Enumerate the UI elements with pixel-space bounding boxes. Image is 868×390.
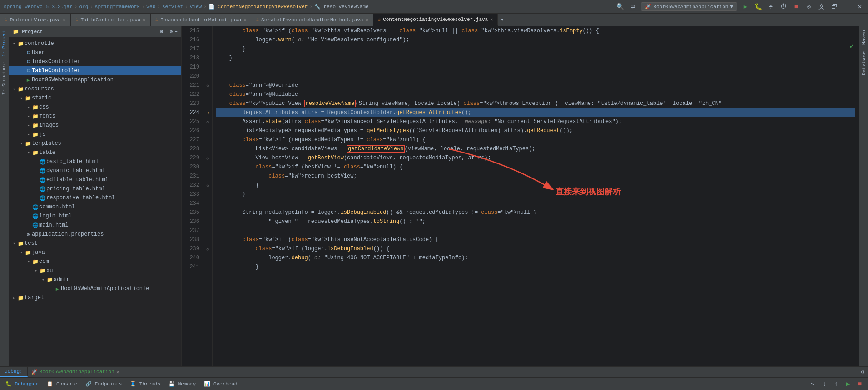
overhead-tab[interactable]: 📊 Overhead [202,380,239,388]
right-tab-database[interactable]: Database [860,49,868,77]
tree-item-test[interactable]: ▾📁 test [9,239,181,248]
settings-icon[interactable]: ⚙ [804,2,813,11]
minimize-sidebar-icon[interactable]: – [174,29,178,35]
run-button[interactable]: ▶ [741,2,750,11]
html-icon: 🌐 [32,222,39,228]
tree-item-tablecontroller[interactable]: C TableController [9,66,181,75]
locate-icon[interactable]: ⊕ [160,29,164,35]
tree-item-boot05webadminapplication[interactable]: ▶ Boot05WebAdminApplication [9,75,181,84]
close-tab-icon[interactable]: ✕ [63,17,66,23]
tab-servlet-invocable[interactable]: ☕ ServletInvocableHandlerMethod.java ✕ [251,14,373,26]
tree-item-boot05webadminapplicationte[interactable]: ▶ Boot05WebAdminApplicationTe [9,284,181,293]
class-icon: C [25,68,32,74]
left-tab-project[interactable]: 1: Project [1,28,7,58]
minimize-icon[interactable]: – [843,2,852,11]
profile-button[interactable]: ⏱ [779,2,788,11]
tree-item-indexcontroller[interactable]: C IndexController [9,57,181,66]
breadcrumb-view[interactable]: view [190,4,202,10]
debug-button[interactable]: 🐛 [754,2,763,11]
tree-item-responsive-table-html[interactable]: 🌐 responsive_table.html [9,193,181,202]
debug-app-label: 🚀 Boot05WebAdminApplication ✕ [28,367,123,377]
stop-debug-icon[interactable]: ■ [855,380,864,389]
debug-app-name: Boot05WebAdminApplication [40,369,114,375]
line-number: 216 [185,35,199,44]
tab-label: ContentNegotiatingViewResolver.java [383,17,488,22]
threads-tab[interactable]: 🧵 Threads [128,380,162,388]
breadcrumb-sf[interactable]: springframework [95,4,140,10]
tab-invocable-handler[interactable]: ☕ InvocableHandlerMethod.java ✕ [151,14,252,26]
endpoints-tab[interactable]: 🔗 Endpoints [84,380,124,388]
tree-item-target[interactable]: ▸📁 target [9,293,181,302]
html-icon: 🌐 [39,186,46,192]
run-config-label: Boot05WebAdminApplication [653,4,728,10]
tree-item-controlle[interactable]: ▾📁 controlle [9,39,181,48]
tree-item-application-properties[interactable]: ⚙ application.properties [9,230,181,239]
tree-item-fonts[interactable]: ▸📁 fonts [9,112,181,121]
tab-content-negotiating[interactable]: ☕ ContentNegotiatingViewResolver.java ✕ [373,14,498,26]
step-over-icon[interactable]: ↷ [808,380,817,389]
tree-label: templates [32,140,61,147]
bottom-tab-debug[interactable]: Debug: [0,367,28,377]
close-tab-icon[interactable]: ✕ [490,17,493,22]
line-number: 239 [185,244,199,253]
close-window-icon[interactable]: ✕ [855,2,864,11]
step-out-icon[interactable]: ↑ [832,380,841,389]
tab-redirect-view[interactable]: ☕ RedirectView.java ✕ [0,14,71,26]
tree-item-dynamic-table-html[interactable]: 🌐 dynamic_table.html [9,166,181,175]
breadcrumb-web[interactable]: web [147,4,156,10]
tree-item-images[interactable]: ▸📁 images [9,121,181,130]
translate-icon[interactable]: 文 [817,2,826,11]
run-config[interactable]: 🚀 Boot05WebAdminApplication ▼ [641,2,737,11]
line-number: 238 [185,235,199,244]
restore-icon[interactable]: 🗗 [830,2,839,11]
more-tabs-button[interactable]: ▾ [498,14,506,26]
tree-item-com[interactable]: ▾📁 com [9,257,181,266]
tree-item-admin[interactable]: ▾📁 admin [9,275,181,284]
line-number: 235 [185,208,199,217]
breadcrumb-jar[interactable]: spring-webmvc-5.3.2.jar [4,4,73,10]
tree-label: admin [54,276,70,283]
tree-item-templates[interactable]: ▾📁 templates [9,139,181,148]
memory-tab[interactable]: 💾 Memory [167,380,198,388]
close-tab-icon[interactable]: ✕ [366,17,368,23]
tree-item-basic-table-html[interactable]: 🌐 basic_table.html [9,157,181,166]
tree-item-user[interactable]: C User [9,48,181,57]
step-into-icon[interactable]: ↓ [820,380,829,389]
tree-item-css[interactable]: ▸📁 css [9,103,181,112]
tree-item-static[interactable]: ▾📁 static [9,94,181,103]
tree-item-editable-table-html[interactable]: 🌐 editable_table.html [9,175,181,184]
debugger-tab[interactable]: 🐛 Debugger [4,380,40,388]
resume-icon[interactable]: ▶ [843,380,853,389]
tab-table-controller[interactable]: ☕ TableController.java ✕ [71,14,151,26]
tree-item-js[interactable]: ▸📁 js [9,130,181,139]
tree-item-login-html[interactable]: 🌐 login.html [9,212,181,221]
gear-settings-icon[interactable]: ⚙ [861,369,864,375]
left-tab-structure[interactable]: 7: Structure [1,61,7,96]
code-line: class="ann">@Override [216,81,855,90]
console-tab[interactable]: 📋 Console [45,380,79,388]
gutter-item: ◇ [203,117,212,126]
line-number: 221 [185,81,199,90]
stop-button[interactable]: ■ [792,2,801,11]
tree-item-java[interactable]: ▾📁 java [9,248,181,257]
top-bar: spring-webmvc-5.3.2.jar › org › springfr… [0,0,868,14]
tree-item-resources[interactable]: ▾📁 resources [9,84,181,94]
code-area[interactable]: 2152162172182192202212222232242252262272… [182,26,859,366]
close-debug-icon[interactable]: ✕ [116,369,119,375]
tree-item-main-html[interactable]: 🌐 main.html [9,221,181,230]
tree-item-pricing-table-html[interactable]: 🌐 pricing_table.html [9,184,181,193]
breadcrumb-org[interactable]: org [79,4,88,10]
tree-item-table[interactable]: ▾📁 table [9,148,181,157]
search-icon[interactable]: 🔍 [615,2,625,11]
breadcrumb-class[interactable]: 📄 ContentNegotiatingViewResolver [208,4,308,10]
tree-item-common-html[interactable]: 🌐 common.html [9,202,181,212]
sync-icon[interactable]: ⇄ [628,2,637,11]
close-tab-icon[interactable]: ✕ [243,17,246,23]
collapse-icon[interactable]: ≡ [165,29,168,35]
tree-item-xu[interactable]: ▾📁 xu [9,266,181,275]
coverage-button[interactable]: ☂ [766,2,775,11]
close-tab-icon[interactable]: ✕ [143,17,146,23]
breadcrumb-servlet[interactable]: servlet [162,4,183,10]
right-tab-maven[interactable]: Maven [860,28,868,47]
settings-sidebar-icon[interactable]: ⚙ [170,29,173,35]
